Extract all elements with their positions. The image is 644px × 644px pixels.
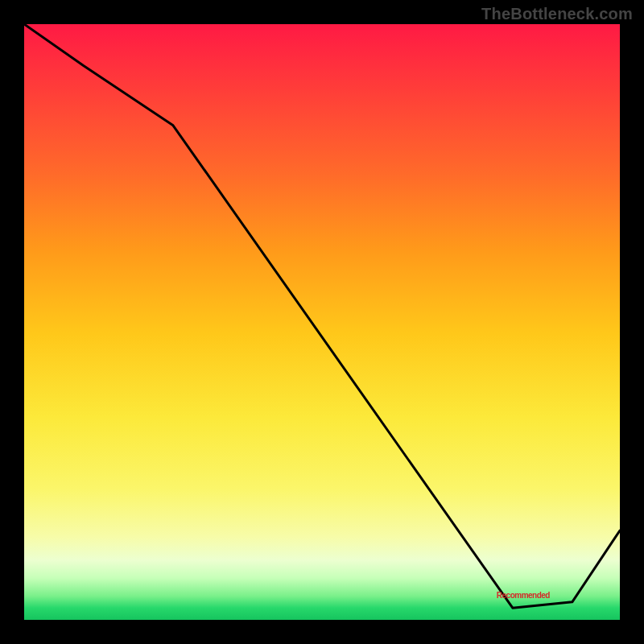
series-line <box>24 24 620 608</box>
chart-svg <box>24 24 620 620</box>
chart-root: TheBottleneck.com Recommended <box>0 0 644 644</box>
recommended-annotation: Recommended <box>497 591 550 600</box>
plot-area: Recommended <box>24 24 620 620</box>
watermark-text: TheBottleneck.com <box>481 5 633 23</box>
